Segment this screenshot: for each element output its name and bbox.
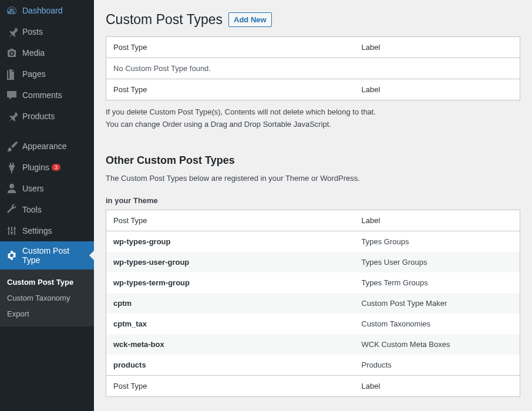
main-content: Custom Post Types Add New Post Type Labe… [94, 0, 532, 411]
menu-item-tools[interactable]: Tools [0, 199, 94, 220]
submenu: Custom Post TypeCustom TaxonomyExport [0, 269, 94, 326]
post-type-label: Types Term Groups [355, 272, 520, 293]
column-label[interactable]: Label [355, 210, 520, 231]
menu-item-users[interactable]: Users [0, 178, 94, 199]
menu-item-custom-post-type[interactable]: Custom Post Type [0, 241, 94, 269]
gear-icon [6, 250, 18, 261]
theme-post-types-table: Post Type Label wp-types-groupTypes Grou… [106, 210, 520, 397]
plugin-icon [6, 161, 18, 173]
other-types-desc: The Custom Post Types below are register… [106, 173, 520, 185]
tools-icon [6, 204, 18, 215]
menu-item-media[interactable]: Media [0, 42, 94, 63]
menu-item-products[interactable]: Products [0, 106, 94, 127]
in-your-theme-label: in your Theme [106, 196, 520, 205]
pages-icon [6, 68, 18, 80]
column-label-footer[interactable]: Label [355, 376, 520, 397]
add-new-button[interactable]: Add New [228, 12, 272, 27]
menu-item-comments[interactable]: Comments [0, 85, 94, 106]
menu-item-pages[interactable]: Pages [0, 63, 94, 85]
delete-note: If you delete Custom Post Type(s), Conte… [106, 106, 520, 131]
table-row: wp-types-groupTypes Groups [106, 231, 520, 252]
menu-item-dashboard[interactable]: Dashboard [0, 0, 94, 21]
comments-icon [6, 89, 18, 101]
submenu-item-custom-taxonomy[interactable]: Custom Taxonomy [0, 290, 94, 306]
post-type-label: Products [355, 355, 520, 376]
empty-row: No Custom Post Type found. [106, 58, 520, 79]
media-icon [6, 47, 18, 59]
column-post-type[interactable]: Post Type [106, 210, 355, 231]
post-type-label: Types Groups [355, 231, 520, 252]
pin-icon [6, 110, 18, 122]
page-header: Custom Post Types Add New [106, 0, 520, 36]
settings-icon [6, 225, 18, 237]
menu-item-appearance[interactable]: Appearance [0, 136, 94, 157]
table-row: productsProducts [106, 355, 520, 376]
post-type-slug: cptm [106, 293, 355, 314]
table-row: cptm_taxCustom Taxonomies [106, 314, 520, 334]
submenu-item-export[interactable]: Export [0, 306, 94, 322]
users-icon [6, 183, 18, 194]
post-type-label: Types User Groups [355, 252, 520, 272]
pin-icon [6, 26, 18, 38]
table-row: wp-types-user-groupTypes User Groups [106, 252, 520, 272]
post-type-slug: wp-types-user-group [106, 252, 355, 272]
column-label-footer[interactable]: Label [355, 79, 520, 100]
table-row: wck-meta-boxWCK Custom Meta Boxes [106, 334, 520, 355]
table-row: wp-types-term-groupTypes Term Groups [106, 272, 520, 293]
column-label[interactable]: Label [355, 37, 520, 58]
post-type-label: Custom Taxonomies [355, 314, 520, 334]
post-type-slug: wp-types-group [106, 231, 355, 252]
menu-item-settings[interactable]: Settings [0, 220, 94, 241]
page-title: Custom Post Types [106, 12, 223, 28]
post-type-slug: wp-types-term-group [106, 272, 355, 293]
post-type-slug: cptm_tax [106, 314, 355, 334]
column-post-type[interactable]: Post Type [106, 37, 355, 58]
table-row: cptmCustom Post Type Maker [106, 293, 520, 314]
submenu-item-custom-post-type[interactable]: Custom Post Type [0, 274, 94, 290]
dashboard-icon [6, 5, 18, 16]
post-type-label: WCK Custom Meta Boxes [355, 334, 520, 355]
custom-post-types-table: Post Type Label No Custom Post Type foun… [106, 36, 520, 100]
menu-item-plugins[interactable]: Plugins3 [0, 157, 94, 178]
other-types-heading: Other Custom Post Types [106, 154, 520, 167]
column-post-type-footer[interactable]: Post Type [106, 79, 355, 100]
brush-icon [6, 140, 18, 152]
admin-sidebar: DashboardPostsMediaPagesCommentsProducts… [0, 0, 94, 411]
post-type-slug: wck-meta-box [106, 334, 355, 355]
post-type-slug: products [106, 355, 355, 376]
column-post-type-footer[interactable]: Post Type [106, 376, 355, 397]
menu-item-posts[interactable]: Posts [0, 21, 94, 42]
update-badge: 3 [52, 164, 60, 171]
post-type-label: Custom Post Type Maker [355, 293, 520, 314]
